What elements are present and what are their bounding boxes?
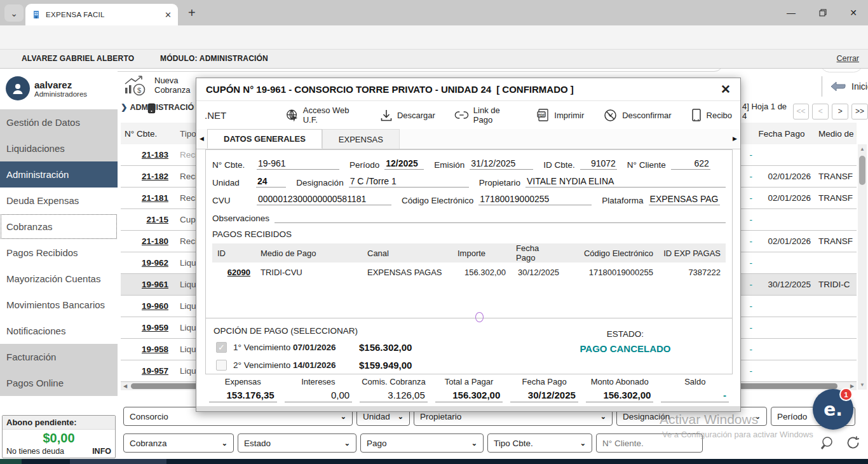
tab-scroll-right-icon[interactable]: ▶ [733,135,737,142]
plataforma-value[interactable]: EXPENSAS PAG [649,194,720,205]
summary-label: Fecha Pago [510,377,578,386]
field-label: Emisión [434,160,465,170]
cbte-link[interactable]: 21-181 [142,193,168,203]
sidebar-item-liquidaciones[interactable]: Liquidaciones [0,135,118,161]
sidebar-item-pagos-recibidos[interactable]: Pagos Recibidos [0,240,118,266]
designacion-value[interactable]: 7 C /Torre 1 [349,176,469,188]
vencimiento-1-checkbox[interactable]: ✓ [216,342,227,353]
unidad-value[interactable]: 24 [256,176,286,188]
pago-id-link[interactable]: 62090 [227,268,250,277]
sidebar-menu: Gestión de Datos Liquidaciones Administr… [0,109,118,396]
desconfirmar-button[interactable]: Desconfirmar [603,108,671,123]
receipt-icon [691,108,702,122]
periodo-value[interactable]: 12/2025 [384,158,424,170]
cbte-link[interactable]: 19-957 [142,366,168,376]
cvu-value[interactable]: 0000012300000000581181 [257,194,391,205]
nro-cliente-value[interactable]: 622 [671,158,710,170]
cbte-link[interactable]: 21-183 [142,150,168,160]
scroll-down-icon[interactable]: ▼ [858,382,867,388]
pago-row[interactable]: 62090 TRIDI-CVU EXPENSAS PAGAS 156.302,0… [212,263,726,282]
sidebar-item-deuda-expensas[interactable]: Deuda Expensas [0,188,118,214]
svg-text:$: $ [137,86,141,94]
emision-value[interactable]: 31/12/2025 [470,158,533,170]
scroll-up-icon[interactable]: ▲ [858,146,867,152]
col-header-fecha-pago: Fecha Pago [752,129,811,139]
window-minimize-button[interactable]: — [776,0,806,25]
nro-cbte-value[interactable]: 19-961 [257,158,339,170]
cbte-link[interactable]: 19-961 [142,280,168,289]
col-header-medio: Medio de Pago [255,243,362,263]
sidebar-item-notificaciones[interactable]: Notificaciones [0,318,118,344]
propietario-value[interactable]: VITALE NYDIA ELINA [526,176,726,188]
link-de-pago-button[interactable]: Link de Pago [454,106,517,125]
sidebar-item-facturacion[interactable]: Facturación [0,344,118,370]
window-restore-button[interactable] [808,0,837,25]
window-close-button[interactable]: ✕ [839,0,868,25]
sidebar-item-gestion-de-datos[interactable]: Gestión de Datos [0,109,118,135]
abono-info-link[interactable]: INFO [92,447,111,456]
imprimir-button[interactable]: PDF Imprimir [536,108,584,122]
pagination-next-button[interactable]: > [832,104,848,119]
new-tab-button[interactable]: + [188,6,196,20]
filter-cobranza-select[interactable]: Cobranza⌄ [123,433,234,453]
abono-amount: $0,00 [3,430,115,446]
pagos-recibidos-title: PAGOS RECIBIDOS [212,229,726,239]
tab-scroll-left-icon[interactable]: ◀ [200,135,204,142]
cbte-link[interactable]: 19-960 [142,301,168,311]
cbte-link[interactable]: 21-180 [142,236,168,246]
modal-summary-footer: Expensas153.176,35 Intereses0,00 Comis. … [205,377,733,402]
field-label: Unidad [212,178,251,188]
total-a-pagar-value: 156.302,00 [435,388,503,402]
modal-close-icon[interactable]: ✕ [721,82,731,97]
abono-title: Abono pendiente: [3,416,115,430]
vencimiento-2-checkbox[interactable] [216,360,227,371]
tab-expensas[interactable]: EXPENSAS [322,129,400,149]
scroll-left-icon[interactable]: ◀ [121,383,130,389]
pagination-first-button[interactable]: << [793,104,810,119]
breadcrumb[interactable]: ❯ADMINISTRACIÓN [121,102,194,112]
col-header-id: ID [212,243,255,263]
modal-tab-strip: ◀ DATOS GENERALES EXPENSAS ▶ [196,129,740,149]
filter-pago-select[interactable]: Pago⌄ [360,433,484,453]
id-cbte-value[interactable]: 91072 [580,158,617,170]
sidebar-item-mayorizacion-cuentas[interactable]: Mayorización Cuentas [0,266,118,292]
cbte-link[interactable]: 21-15 [146,215,168,224]
inicio-button[interactable]: Inicio [822,76,868,97]
vertical-scroll-thumb[interactable] [859,156,865,185]
cbte-link[interactable]: 19-958 [142,345,168,354]
acceso-web-button[interactable]: Acceso Web U.F. [285,106,361,125]
reload-icon[interactable] [845,435,861,451]
browser-tab[interactable]: EXPENSA FACIL ✕ [25,4,178,25]
codigo-electronico-value[interactable]: 17180019000255 [478,194,592,205]
cerrar-link[interactable]: Cerrar [837,54,859,63]
col-header-canal: Canal [362,243,452,263]
nueva-cobranza-button[interactable]: $ NuevaCobranza [123,74,190,97]
sidebar-item-movimientos-bancarios[interactable]: Movimientos Bancarios [0,292,118,318]
vertical-scrollbar[interactable]: ▲ ▼ [858,144,867,390]
descargar-button[interactable]: Descargar [380,109,435,122]
sidebar-item-pagos-online[interactable]: Pagos Online [0,370,118,396]
tab-search-button[interactable]: ⌄ [4,4,24,22]
sidebar-item-cobranzas[interactable]: Cobranzas [0,214,118,240]
field-label: ID Cbte. [543,160,575,170]
svg-text:PDF: PDF [538,113,546,117]
filter-estado-select[interactable]: Estado⌄ [238,433,356,453]
chart-money-icon: $ [123,74,151,97]
cbte-link[interactable]: 19-962 [142,258,168,268]
field-label: Propietario [479,178,520,188]
pagination-prev-button[interactable]: < [812,104,829,119]
field-label: Observaciones [212,214,269,223]
observaciones-value[interactable] [275,222,726,223]
recibo-button[interactable]: Recibo [691,108,732,122]
search-icon[interactable] [820,435,836,451]
cbte-link[interactable]: 19-959 [142,323,168,332]
nueva-cobranza-label: NuevaCobranza [154,76,190,95]
tab-close-icon[interactable]: ✕ [165,10,172,20]
filter-tipo-cbte-select[interactable]: Tipo Cbte.⌄ [487,433,592,453]
abono-status: No tienes deuda [6,447,64,456]
breadcrumb-label: ADMINISTRACIÓN [130,103,194,112]
tab-datos-generales[interactable]: DATOS GENERALES [207,129,322,149]
pagination-last-button[interactable]: >> [851,104,868,119]
sidebar-item-administracion[interactable]: Administración [0,161,118,188]
cbte-link[interactable]: 21-182 [142,172,168,181]
